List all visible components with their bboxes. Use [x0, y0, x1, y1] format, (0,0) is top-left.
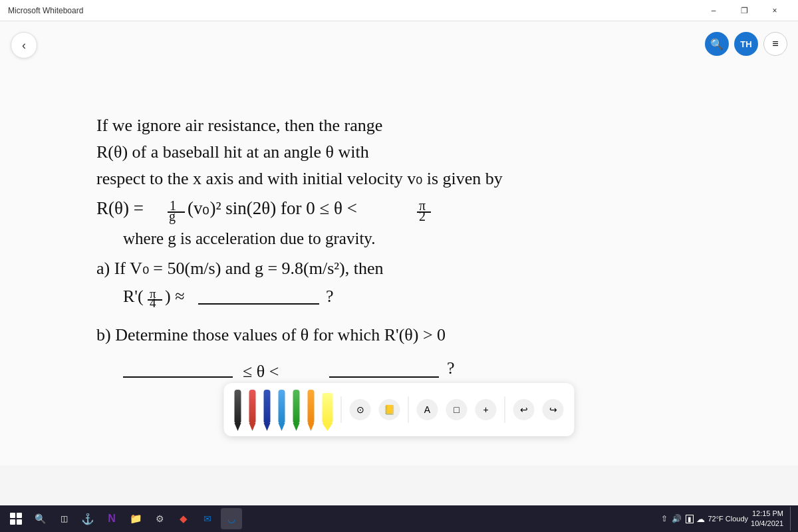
pen-toolbar: ⊙ 📒 A □ + ↩ ↪ [224, 383, 575, 436]
pen-body [323, 393, 333, 423]
taskbar-mail[interactable]: ✉ [197, 508, 218, 529]
settings-icon: ⚙ [156, 513, 164, 524]
svg-text:R(θ) of a  baseball hit at an : R(θ) of a baseball hit at an angle θ wit… [96, 142, 369, 162]
time-display: 12:15 PM [751, 509, 783, 519]
onenote-icon: N [108, 513, 116, 525]
pen-body [264, 390, 271, 423]
pen-tip [235, 423, 241, 431]
pen-body [293, 390, 300, 423]
date-display: 10/4/2021 [751, 519, 783, 529]
search-icon: 🔍 [35, 513, 46, 524]
taskbar-search[interactable]: 🔍 [29, 508, 51, 529]
redo-button[interactable]: ↪ [543, 399, 564, 420]
search-button[interactable]: 🔍 [705, 32, 729, 56]
taskview-button[interactable]: ◫ [53, 508, 74, 529]
svg-text:?: ? [326, 287, 334, 306]
back-icon: ‹ [22, 39, 26, 53]
pen-body [308, 390, 315, 423]
taskbar-settings[interactable]: ⚙ [149, 508, 170, 529]
pen-green[interactable] [293, 390, 300, 431]
lasso-icon: ⊙ [356, 404, 364, 415]
pen-tip [308, 423, 315, 431]
pen-darkblue[interactable] [264, 390, 271, 431]
svg-text:respect to the x axis and with: respect to the x axis and with initial v… [96, 169, 503, 188]
battery-icon: ▮ [686, 515, 694, 523]
shapes-button[interactable]: □ [446, 399, 467, 420]
taskbar-office[interactable]: ◆ [173, 508, 194, 529]
undo-icon: ↩ [520, 404, 528, 415]
taskview-icon: ◫ [61, 514, 68, 523]
svg-text:where  g is acceleration due t: where g is acceleration due to gravity. [123, 229, 375, 247]
svg-text:(v₀)² sin(2θ)  for  0 ≤ θ <: (v₀)² sin(2θ) for 0 ≤ θ < [188, 198, 357, 218]
pen-tip [293, 423, 300, 431]
svg-text:If we ignore air resistance, t: If we ignore air resistance, then the ra… [96, 116, 382, 135]
taskbar-fileexplorer[interactable]: 📁 [125, 508, 146, 529]
pen-body [279, 390, 285, 423]
svg-text:π: π [150, 287, 156, 301]
menu-button[interactable]: ≡ [763, 32, 787, 56]
pen-yellow-highlighter[interactable] [323, 393, 333, 431]
svg-text:R'(: R'( [123, 287, 144, 306]
systray: ⇧ 🔊 ▮ [661, 514, 694, 523]
minimize-button[interactable]: – [698, 0, 729, 21]
taskbar: 🔍 ◫ ⚓ N 📁 ⚙ ◆ ✉ ◡ ⇧ 🔊 ▮ ☁ 72°F Cloudy 12… [0, 505, 798, 532]
pen-black[interactable] [235, 390, 241, 431]
pen-orange[interactable] [308, 390, 315, 431]
image-button[interactable]: + [475, 399, 497, 420]
svg-text:?: ? [447, 358, 455, 378]
svg-text:R(θ) =: R(θ) = [96, 198, 144, 218]
svg-text:π: π [419, 198, 426, 213]
weather-text: 72°F Cloudy [708, 515, 748, 523]
show-desktop-button[interactable] [790, 507, 793, 531]
toolbar-divider-2 [408, 396, 409, 423]
back-button[interactable]: ‹ [11, 32, 37, 59]
text-button[interactable]: A [417, 399, 438, 420]
cloud-icon: ☁ [696, 514, 705, 524]
close-button[interactable]: × [759, 0, 790, 21]
pen-tip [264, 423, 271, 431]
svg-text:a) If  V₀ = 50(m/s)  and  g = : a) If V₀ = 50(m/s) and g = 9.8(m/s²), th… [96, 259, 384, 278]
toolbar-divider [341, 396, 342, 423]
undo-button[interactable]: ↩ [513, 399, 535, 420]
svg-text:) ≈: ) ≈ [165, 287, 184, 306]
svg-text:1: 1 [170, 198, 176, 213]
toolbar-divider-3 [505, 396, 505, 423]
app-title: Microsoft Whiteboard [8, 6, 83, 15]
taskbar-whiteboard[interactable]: ◡ [221, 508, 242, 529]
lasso-button[interactable]: ⊙ [350, 399, 371, 420]
menu-icon: ≡ [772, 38, 778, 50]
search-icon: 🔍 [710, 38, 724, 51]
edge-icon: ⚓ [81, 513, 94, 525]
clock-display[interactable]: 12:15 PM 10/4/2021 [751, 509, 783, 529]
pen-tip [249, 423, 256, 431]
user-avatar[interactable]: TH [734, 32, 758, 56]
taskbar-onenote[interactable]: N [101, 508, 122, 529]
pen-lightblue[interactable] [279, 390, 285, 431]
pen-body [235, 390, 241, 423]
pen-body [249, 390, 256, 423]
volume-icon[interactable]: 🔊 [672, 514, 682, 523]
fileexplorer-icon: 📁 [130, 513, 142, 525]
taskbar-edge[interactable]: ⚓ [77, 508, 98, 529]
top-toolbar: 🔍 TH ≡ [705, 32, 787, 56]
weather-display[interactable]: ☁ 72°F Cloudy [696, 514, 748, 524]
windows-icon [10, 513, 22, 525]
svg-text:2: 2 [419, 209, 426, 223]
pen-red[interactable] [249, 390, 256, 431]
titlebar: Microsoft Whiteboard – ❐ × [0, 0, 798, 21]
pen-tip [323, 423, 333, 431]
text-icon: A [424, 404, 430, 415]
ruler-button[interactable]: 📒 [379, 399, 400, 420]
ruler-icon: 📒 [384, 404, 395, 415]
whiteboard-icon: ◡ [227, 513, 235, 524]
window-controls: – ❐ × [698, 0, 790, 21]
network-icon[interactable]: ⇧ [661, 514, 668, 523]
redo-icon: ↪ [549, 404, 557, 415]
image-icon: + [483, 404, 488, 415]
start-button[interactable] [5, 508, 27, 529]
office-icon: ◆ [180, 513, 188, 525]
mail-icon: ✉ [203, 513, 211, 524]
svg-text:4: 4 [150, 296, 156, 310]
maximize-button[interactable]: ❐ [729, 0, 759, 21]
pen-tip [279, 423, 285, 431]
